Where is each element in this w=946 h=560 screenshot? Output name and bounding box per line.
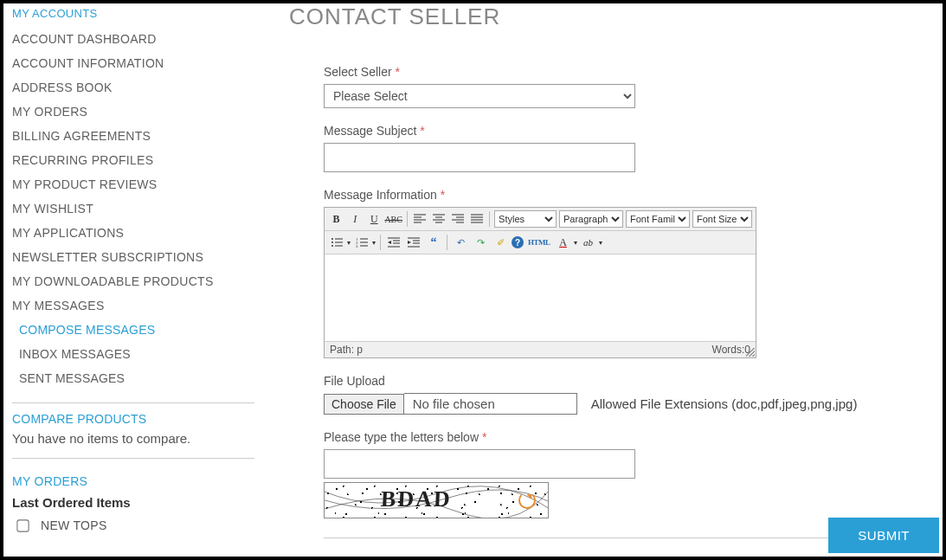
file-chosen-text: No file chosen [404,393,577,415]
sidebar-subitem-inbox[interactable]: INBOX MESSAGES [19,342,254,366]
last-ordered-heading: Last Ordered Items [12,492,254,518]
message-subject-label: Message Subject * [324,124,895,138]
font-size-select[interactable]: Font Size [692,210,752,228]
field-select-seller: Select Seller * Please Select [324,65,895,108]
rich-text-editor: B I U ABC [324,207,756,358]
order-item-label: NEW TOPS [41,518,107,532]
html-source-button[interactable]: HTML [526,234,552,251]
divider [324,537,895,538]
sidebar-heading: MY ACCOUNTS [12,3,254,27]
highlight-icon[interactable]: ab [580,234,597,251]
editor-statusbar: Path: p Words:0 [325,341,756,357]
editor-content-area[interactable] [325,254,756,341]
captcha-label: Please type the letters below * [324,430,895,444]
toolbar-separator [447,235,447,250]
sidebar-item-applications[interactable]: MY APPLICATIONS [12,221,254,245]
italic-icon[interactable]: I [347,210,364,228]
captcha-input[interactable] [324,449,635,479]
font-family-select[interactable]: Font Family [626,210,690,228]
bullet-list-icon[interactable] [328,234,345,251]
sidebar-item-downloadable[interactable]: MY DOWNLOADABLE PRODUCTS [12,269,254,293]
sidebar-item-newsletter[interactable]: NEWSLETTER SUBSCRIPTIONS [12,245,254,269]
svg-marker-29 [388,241,391,244]
align-center-icon[interactable] [431,210,447,228]
underline-icon[interactable]: U [366,210,383,228]
my-orders-heading: MY ORDERS [12,474,254,492]
sidebar-item-my-messages[interactable]: MY MESSAGES [12,293,254,318]
message-subject-input[interactable] [324,143,635,172]
svg-marker-34 [408,241,411,244]
captcha-image: BDAD [324,482,549,518]
reload-icon[interactable] [518,492,536,509]
editor-word-count: Words:0 [712,344,750,356]
bold-icon[interactable]: B [328,210,344,228]
align-justify-icon[interactable] [468,210,485,228]
last-ordered-item: NEW TOPS [12,518,254,532]
highlight-dropdown-icon[interactable]: ▾ [599,239,602,247]
sidebar-item-dashboard[interactable]: ACCOUNT DASHBOARD [12,27,254,51]
sidebar-item-account-info[interactable]: ACCOUNT INFORMATION [12,51,254,75]
contact-seller-form: Select Seller * Please Select Message Su… [289,65,895,518]
select-seller-dropdown[interactable]: Please Select [324,84,635,108]
field-file-upload: File Upload Choose File No file chosen A… [324,374,895,415]
sidebar-item-address-book[interactable]: ADDRESS BOOK [12,75,254,100]
toolbar-separator [407,211,408,227]
sidebar-item-recurring-profiles[interactable]: RECURRING PROFILES [12,148,254,172]
indent-icon[interactable] [405,234,422,251]
help-icon[interactable]: ? [512,236,524,248]
submit-button[interactable]: SUBMIT [828,518,939,553]
field-captcha: Please type the letters below * BDAD [324,430,895,518]
numbered-list-icon[interactable]: 123 [353,234,370,251]
align-right-icon[interactable] [449,210,466,228]
choose-file-button[interactable]: Choose File [324,394,404,415]
paragraph-select[interactable]: Paragraph [559,210,623,228]
sidebar-item-my-orders[interactable]: MY ORDERS [12,100,254,124]
sidebar-subitem-compose[interactable]: COMPOSE MESSAGES [19,318,254,342]
editor-path: Path: p [330,344,363,356]
clear-format-icon[interactable]: ✐ [492,234,509,251]
bullet-list-dropdown-icon[interactable]: ▾ [347,239,351,247]
field-message-info: Message Information * B I U ABC [324,188,895,358]
order-item-checkbox[interactable] [16,519,29,531]
styles-select[interactable]: Styles [494,210,557,228]
sidebar-subitem-sent[interactable]: SENT MESSAGES [19,366,254,390]
editor-toolbar-row-1: B I U ABC [325,208,756,231]
compare-products-heading: COMPARE PRODUCTS [12,412,254,431]
text-color-dropdown-icon[interactable]: ▾ [574,239,577,247]
strikethrough-icon[interactable]: ABC [385,210,402,228]
sidebar-item-wishlist[interactable]: MY WISHLIST [12,196,254,221]
page-title: CONTACT SELLER [289,3,925,30]
svg-point-18 [331,241,333,243]
outdent-icon[interactable] [385,234,402,251]
editor-toolbar-row-2: ▾ 123 ▾ “ ↶ [325,231,756,254]
svg-point-20 [331,245,333,247]
divider [12,402,254,403]
text-color-icon[interactable]: A [555,234,572,251]
main-content: CONTACT SELLER Select Seller * Please Se… [263,3,943,557]
svg-text:3: 3 [356,244,358,248]
field-message-subject: Message Subject * [324,124,895,172]
account-sidebar: MY ACCOUNTS ACCOUNT DASHBOARD ACCOUNT IN… [3,3,263,557]
resize-grip-icon[interactable] [746,348,755,357]
sidebar-item-product-reviews[interactable]: MY PRODUCT REVIEWS [12,172,254,196]
undo-icon[interactable]: ↶ [452,234,469,251]
svg-point-16 [331,238,333,240]
file-upload-label: File Upload [324,374,895,388]
toolbar-separator [380,235,381,250]
select-seller-label: Select Seller * [324,65,895,79]
sidebar-item-billing-agreements[interactable]: BILLING AGREEMENTS [12,124,254,148]
captcha-text: BDAD [380,486,452,512]
compare-products-empty: You have no items to compare. [12,431,254,446]
sidebar-sublist: COMPOSE MESSAGES INBOX MESSAGES SENT MES… [12,318,254,390]
message-info-label: Message Information * [324,188,895,202]
redo-icon[interactable]: ↷ [472,234,489,251]
sidebar-list: ACCOUNT DASHBOARD ACCOUNT INFORMATION AD… [12,27,254,318]
toolbar-separator [489,211,490,227]
blockquote-icon[interactable]: “ [425,234,442,251]
file-extensions-hint: Allowed File Extensions (doc,pdf,jpeg,pn… [591,396,858,411]
divider [12,458,254,459]
align-left-icon[interactable] [412,210,428,228]
numbered-list-dropdown-icon[interactable]: ▾ [372,239,376,247]
